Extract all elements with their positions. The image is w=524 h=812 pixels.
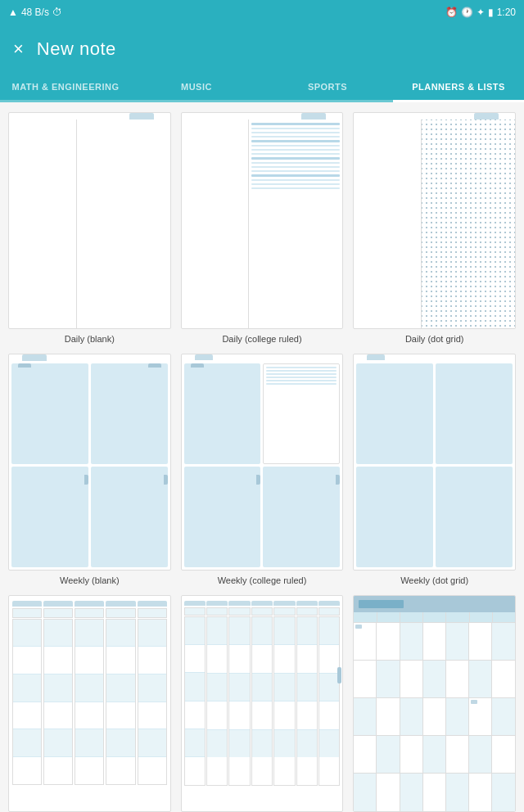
template-preview-weekly-blank: [8, 354, 171, 571]
close-button[interactable]: ×: [13, 40, 24, 58]
template-preview-weekly-college: [181, 354, 344, 571]
page-title: New note: [37, 38, 116, 60]
timer-icon: ⏱: [52, 7, 62, 18]
template-weekly-blank[interactable]: Weekly (blank): [8, 354, 171, 585]
template-label-weekly-dot: Weekly (dot grid): [400, 575, 468, 585]
template-grid: Daily (blank): [8, 112, 516, 812]
template-preview-daily-blank: [8, 112, 171, 329]
template-preview-monthly: [353, 595, 516, 812]
template-daily-blank[interactable]: Daily (blank): [8, 112, 171, 344]
battery-icon: ▮: [488, 7, 494, 18]
status-left: ▲ 48 B/s ⏱: [8, 7, 62, 18]
time-display: 1:20: [497, 7, 516, 18]
status-right: ⏰ 🕐 ✦ ▮ 1:20: [445, 7, 516, 18]
tab-music[interactable]: MUSIC: [131, 74, 262, 102]
template-label-daily-dot: Daily (dot grid): [405, 334, 464, 344]
template-weekly-col-5[interactable]: Weekly columns (5 days): [8, 595, 171, 812]
status-bar: ▲ 48 B/s ⏱ ⏰ 🕐 ✦ ▮ 1:20: [0, 0, 524, 25]
clock-icon: 🕐: [461, 7, 473, 18]
template-preview-weekly-dot: [353, 354, 516, 571]
template-daily-dot[interactable]: Daily (dot grid): [353, 112, 516, 344]
template-weekly-college[interactable]: Weekly (college ruled): [181, 354, 344, 585]
template-monthly[interactable]: Monthly: [353, 595, 516, 812]
header: × New note: [0, 25, 524, 74]
template-preview-weekly-col-5: [8, 595, 171, 812]
template-daily-college[interactable]: Daily (college ruled): [181, 112, 344, 344]
template-label-daily-blank: Daily (blank): [65, 334, 115, 344]
tabs-bar: MATH & ENGINEERING MUSIC SPORTS PLANNERS…: [0, 74, 524, 102]
template-label-daily-college: Daily (college ruled): [222, 334, 301, 344]
tab-planners-lists[interactable]: PLANNERS & LISTS: [393, 74, 524, 102]
template-preview-daily-dot: [353, 112, 516, 329]
template-preview-weekly-col-7: [181, 595, 344, 812]
bluetooth-icon: ✦: [477, 7, 485, 18]
data-speed: 48 B/s: [21, 7, 49, 18]
template-label-weekly-college: Weekly (college ruled): [218, 575, 307, 585]
signal-icon: ▲: [8, 7, 18, 18]
template-weekly-col-7[interactable]: Weekly columns (7 days): [181, 595, 344, 812]
alarm-icon: ⏰: [445, 7, 458, 18]
tab-math-engineering[interactable]: MATH & ENGINEERING: [0, 74, 131, 102]
template-content: Daily (blank): [0, 102, 524, 812]
tab-sports[interactable]: SPORTS: [262, 74, 393, 102]
template-weekly-dot[interactable]: Weekly (dot grid): [353, 354, 516, 585]
template-preview-daily-college: [181, 112, 344, 329]
template-label-weekly-blank: Weekly (blank): [60, 575, 120, 585]
